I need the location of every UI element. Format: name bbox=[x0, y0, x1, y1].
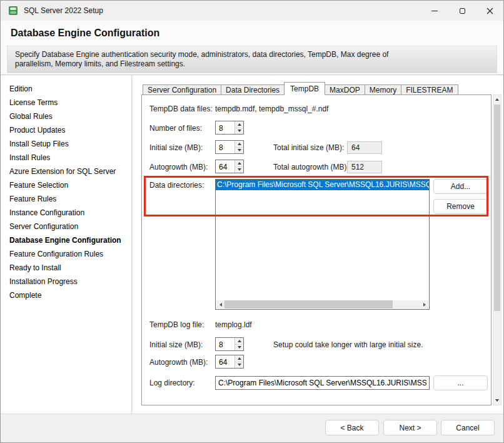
data-directories-listbox[interactable]: C:\Program Files\Microsoft SQL Server\MS… bbox=[215, 179, 430, 310]
scroll-right-icon bbox=[423, 303, 426, 307]
steps-sidebar: Edition License Terms Global Rules Produ… bbox=[1, 76, 132, 414]
sidebar-item-edition: Edition bbox=[1, 82, 131, 96]
maximize-button[interactable] bbox=[448, 1, 476, 21]
spin-down-icon bbox=[238, 168, 241, 171]
tempdb-data-files-value: tempdb.mdf, tempdb_mssql_#.ndf bbox=[215, 104, 328, 113]
sidebar-item-product-updates: Product Updates bbox=[1, 123, 131, 137]
spin-up-icon bbox=[238, 123, 241, 126]
log-initial-size-input[interactable] bbox=[216, 339, 233, 350]
data-directories-label: Data directories: bbox=[149, 181, 204, 190]
tab-maxdop[interactable]: MaxDOP bbox=[325, 84, 365, 95]
spin-down-icon bbox=[238, 346, 241, 349]
sidebar-item-ready-to-install: Ready to Install bbox=[1, 261, 131, 275]
tempdb-data-files-label: TempDB data files: bbox=[149, 104, 213, 113]
log-autogrowth-label: Autogrowth (MB): bbox=[149, 358, 208, 367]
window-controls bbox=[421, 1, 503, 21]
scroll-right-button[interactable] bbox=[420, 300, 428, 308]
page-description: Specify Database Engine authentication s… bbox=[15, 50, 420, 69]
sidebar-item-feature-selection: Feature Selection bbox=[1, 178, 131, 192]
page-header: Database Engine Configuration Specify Da… bbox=[1, 21, 503, 75]
setup-window: SQL Server 2022 Setup Database Engine Co… bbox=[0, 0, 504, 443]
sql-server-setup-icon bbox=[8, 6, 18, 16]
remove-directory-button[interactable]: Remove bbox=[433, 199, 488, 214]
autogrowth-down-button[interactable] bbox=[235, 166, 243, 173]
log-autogrowth-input[interactable] bbox=[216, 356, 233, 367]
log-autogrowth-down-button[interactable] bbox=[235, 362, 243, 369]
initial-size-input[interactable] bbox=[216, 141, 233, 153]
data-directory-item-selected[interactable]: C:\Program Files\Microsoft SQL Server\MS… bbox=[216, 180, 429, 190]
number-of-files-label: Number of files: bbox=[149, 124, 202, 133]
tab-server-configuration[interactable]: Server Configuration bbox=[143, 84, 221, 95]
sidebar-item-instance-configuration: Instance Configuration bbox=[1, 206, 131, 220]
listbox-horizontal-scrollbar[interactable] bbox=[216, 300, 428, 308]
scroll-up-icon bbox=[495, 98, 499, 101]
close-button[interactable] bbox=[476, 1, 503, 21]
autogrowth-input[interactable] bbox=[216, 161, 233, 172]
autogrowth-stepper[interactable] bbox=[215, 160, 244, 173]
spin-up-icon bbox=[238, 162, 241, 165]
tempdb-log-file-value: templog.ldf bbox=[215, 320, 252, 329]
sidebar-item-azure-extension: Azure Extension for SQL Server bbox=[1, 165, 131, 178]
log-initial-size-stepper[interactable] bbox=[215, 337, 244, 351]
minimize-icon bbox=[431, 11, 438, 11]
add-directory-button[interactable]: Add... bbox=[433, 179, 488, 194]
number-of-files-down-button[interactable] bbox=[235, 128, 243, 135]
close-icon bbox=[486, 8, 493, 14]
initial-size-stepper[interactable] bbox=[215, 140, 244, 154]
log-directory-browse-button[interactable]: ... bbox=[433, 375, 488, 390]
total-initial-size-label: Total initial size (MB): bbox=[273, 143, 344, 152]
vertical-scrollbar[interactable] bbox=[493, 94, 501, 405]
footer-bar: < Back Next > Cancel bbox=[1, 414, 503, 442]
tempdb-log-file-label: TempDB log file: bbox=[149, 320, 204, 329]
number-of-files-stepper[interactable] bbox=[215, 121, 244, 135]
autogrowth-up-button[interactable] bbox=[235, 160, 243, 166]
cancel-button[interactable]: Cancel bbox=[441, 420, 495, 435]
log-directory-input[interactable] bbox=[215, 376, 430, 390]
log-autogrowth-up-button[interactable] bbox=[235, 355, 243, 362]
sidebar-item-complete: Complete bbox=[1, 288, 131, 302]
log-initial-size-down-button[interactable] bbox=[235, 344, 243, 351]
back-button[interactable]: < Back bbox=[325, 420, 379, 435]
autogrowth-label: Autogrowth (MB): bbox=[149, 163, 208, 171]
scroll-left-button[interactable] bbox=[216, 300, 224, 308]
v-scrollbar-thumb[interactable] bbox=[494, 104, 500, 311]
total-initial-size-value: 64 bbox=[347, 141, 382, 154]
window-title: SQL Server 2022 Setup bbox=[24, 6, 103, 15]
initial-size-up-button[interactable] bbox=[235, 141, 243, 147]
next-button[interactable]: Next > bbox=[383, 420, 437, 435]
scroll-down-icon bbox=[495, 399, 499, 402]
sidebar-item-database-engine-configuration: Database Engine Configuration bbox=[1, 233, 131, 247]
tab-memory[interactable]: Memory bbox=[365, 84, 401, 95]
tab-filestream[interactable]: FILESTREAM bbox=[401, 84, 458, 95]
minimize-button[interactable] bbox=[421, 1, 448, 21]
total-autogrowth-value: 512 bbox=[347, 161, 382, 173]
sidebar-item-install-rules: Install Rules bbox=[1, 151, 131, 165]
page-description-band: Specify Database Engine authentication s… bbox=[7, 46, 497, 73]
initial-size-label: Initial size (MB): bbox=[149, 143, 203, 152]
spin-down-icon bbox=[238, 130, 241, 132]
main-panel: Server Configuration Data Directories Te… bbox=[133, 76, 503, 414]
tab-tempdb[interactable]: TempDB bbox=[284, 82, 325, 95]
scroll-down-button[interactable] bbox=[493, 396, 501, 405]
spin-down-icon bbox=[238, 364, 241, 366]
tab-bar: Server Configuration Data Directories Te… bbox=[143, 84, 458, 95]
tab-data-directories[interactable]: Data Directories bbox=[221, 84, 285, 95]
total-autogrowth-label: Total autogrowth (MB): bbox=[273, 163, 349, 171]
sidebar-item-server-configuration: Server Configuration bbox=[1, 220, 131, 233]
sidebar-item-feature-rules: Feature Rules bbox=[1, 192, 131, 206]
h-scrollbar-thumb[interactable] bbox=[224, 300, 393, 308]
h-scroll-track[interactable] bbox=[224, 300, 420, 308]
number-of-files-input[interactable] bbox=[216, 122, 233, 133]
spin-up-icon bbox=[238, 143, 241, 145]
sidebar-item-global-rules: Global Rules bbox=[1, 109, 131, 123]
title-bar[interactable]: SQL Server 2022 Setup bbox=[1, 1, 503, 21]
page-title: Database Engine Configuration bbox=[11, 28, 159, 39]
log-autogrowth-stepper[interactable] bbox=[215, 355, 244, 369]
maximize-icon bbox=[460, 8, 465, 14]
scroll-up-button[interactable] bbox=[493, 95, 501, 104]
initial-size-down-button[interactable] bbox=[235, 147, 243, 154]
number-of-files-up-button[interactable] bbox=[235, 121, 243, 128]
tempdb-tab-page: TempDB data files: tempdb.mdf, tempdb_ms… bbox=[141, 94, 491, 405]
log-directory-label: Log directory: bbox=[149, 379, 195, 387]
log-initial-size-up-button[interactable] bbox=[235, 338, 243, 344]
